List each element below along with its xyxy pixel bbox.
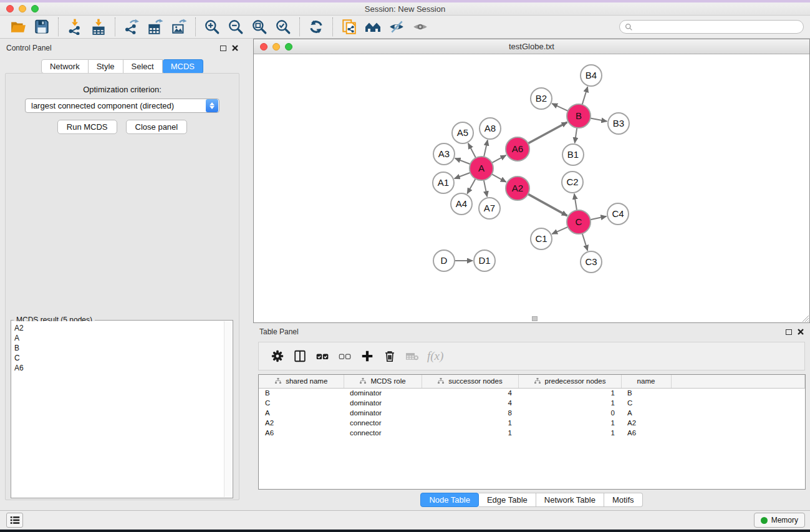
create-column-button[interactable]	[356, 346, 378, 367]
edge-A-A6[interactable]	[492, 155, 506, 163]
tab-style[interactable]: Style	[89, 59, 123, 74]
select-all-columns-button[interactable]	[311, 346, 334, 367]
zoom-in-button[interactable]	[200, 17, 224, 37]
clone-network-button[interactable]	[337, 17, 361, 37]
network-graph[interactable]: B4B2BB3A5A8A6A3B1AA1C2A2A4A7CC4C1C3DD1	[254, 55, 809, 316]
result-list-item[interactable]: C	[14, 353, 221, 363]
result-list-item[interactable]: A2	[14, 323, 221, 333]
export-table-button[interactable]	[143, 17, 167, 37]
hide-details-button[interactable]	[385, 17, 408, 37]
result-list-scrollbar[interactable]	[224, 321, 232, 497]
zoom-out-button[interactable]	[224, 17, 248, 37]
network-canvas[interactable]: B4B2BB3A5A8A6A3B1AA1C2A2A4A7CC4C1C3DD1	[254, 55, 809, 316]
open-session-button[interactable]	[6, 17, 30, 37]
cell-MCDS-role[interactable]: dominator	[344, 398, 422, 408]
edge-C-C1[interactable]	[552, 227, 567, 234]
import-network-button[interactable]	[63, 17, 87, 37]
memory-button[interactable]: Memory	[754, 513, 805, 528]
close-table-panel-icon[interactable]	[798, 329, 804, 335]
export-network-button[interactable]	[120, 17, 143, 37]
delete-column-button[interactable]	[378, 346, 401, 367]
table-settings-button[interactable]	[266, 346, 289, 367]
node-table[interactable]: shared nameMCDS rolesuccessor nodesprede…	[258, 374, 806, 490]
horizontal-scrollbar-thumb[interactable]	[532, 316, 538, 321]
table-row[interactable]: A6connector11A6	[259, 428, 805, 438]
edge-A2-C[interactable]	[528, 194, 567, 216]
table-row[interactable]: Adominator80A	[259, 408, 805, 418]
save-session-button[interactable]	[30, 17, 54, 37]
close-panel-button[interactable]: Close panel	[126, 120, 188, 134]
cell-name[interactable]: B	[621, 388, 671, 398]
cell-successor-nodes[interactable]: 4	[422, 398, 518, 408]
column-header-shared-name[interactable]: shared name	[259, 375, 344, 388]
edge-B-B2[interactable]	[552, 104, 568, 111]
cell-shared-name[interactable]: B	[259, 388, 344, 398]
mcds-result-list[interactable]: A2ABCA6	[12, 321, 224, 497]
import-table-button[interactable]	[87, 17, 110, 37]
edge-B-B3[interactable]	[591, 118, 607, 122]
tab-node-table[interactable]: Node Table	[420, 493, 479, 507]
cell-MCDS-role[interactable]: dominator	[344, 388, 422, 398]
run-mcds-button[interactable]: Run MCDS	[57, 120, 117, 134]
tab-edge-table[interactable]: Edge Table	[479, 493, 536, 507]
tab-network-table[interactable]: Network Table	[536, 493, 604, 507]
toolbar-search[interactable]	[619, 20, 804, 34]
result-list-item[interactable]: B	[14, 343, 221, 353]
cell-predecessor-nodes[interactable]: 0	[518, 408, 621, 418]
tab-network[interactable]: Network	[41, 59, 89, 74]
edge-A-A2[interactable]	[492, 174, 506, 182]
cell-name[interactable]: A2	[621, 418, 671, 428]
edge-A6-B[interactable]	[528, 122, 567, 143]
edge-B-B1[interactable]	[575, 128, 577, 143]
edge-B-B4[interactable]	[582, 87, 588, 105]
cell-successor-nodes[interactable]: 4	[422, 388, 518, 398]
cell-MCDS-role[interactable]: connector	[344, 418, 422, 428]
cell-shared-name[interactable]: A6	[259, 428, 344, 438]
tab-select[interactable]: Select	[123, 59, 163, 74]
table-row[interactable]: A2connector11A2	[259, 418, 805, 428]
cell-shared-name[interactable]: A2	[259, 418, 344, 428]
show-graphics-button[interactable]	[408, 17, 432, 37]
cell-shared-name[interactable]: C	[259, 398, 344, 408]
tab-motifs[interactable]: Motifs	[604, 493, 643, 507]
result-list-item[interactable]: A6	[14, 363, 221, 373]
cell-MCDS-role[interactable]: dominator	[344, 408, 422, 418]
result-list-item[interactable]: A	[14, 333, 221, 343]
column-header-successor-nodes[interactable]: successor nodes	[422, 375, 518, 388]
edge-A-A4[interactable]	[467, 179, 475, 194]
cell-predecessor-nodes[interactable]: 1	[518, 388, 621, 398]
refresh-view-button[interactable]	[304, 17, 328, 37]
cell-name[interactable]: C	[621, 398, 671, 408]
cell-predecessor-nodes[interactable]: 1	[518, 418, 621, 428]
cell-predecessor-nodes[interactable]: 1	[518, 428, 621, 438]
edge-C-C4[interactable]	[591, 216, 607, 220]
cell-name[interactable]: A	[621, 408, 671, 418]
cell-MCDS-role[interactable]: connector	[344, 428, 422, 438]
column-header-MCDS-role[interactable]: MCDS role	[344, 375, 422, 388]
cell-name[interactable]: A6	[621, 428, 671, 438]
cell-successor-nodes[interactable]: 1	[422, 418, 518, 428]
network-window-titlebar[interactable]: testGlobe.txt	[254, 39, 809, 54]
task-history-button[interactable]	[6, 513, 23, 528]
optimization-criterion-select[interactable]: largest connected component (directed)	[25, 99, 219, 113]
search-input[interactable]	[636, 22, 798, 31]
edge-C-C2[interactable]	[574, 194, 577, 210]
tab-mcds[interactable]: MCDS	[163, 59, 203, 74]
cell-shared-name[interactable]: A	[259, 408, 344, 418]
edge-A-A3[interactable]	[455, 158, 471, 164]
edge-A-A7[interactable]	[484, 180, 487, 197]
float-panel-icon[interactable]	[220, 46, 226, 51]
close-panel-icon[interactable]	[232, 45, 238, 51]
export-image-button[interactable]	[167, 17, 191, 37]
edge-C-C3[interactable]	[582, 233, 588, 251]
deselect-all-columns-button[interactable]	[334, 346, 356, 367]
table-row[interactable]: Bdominator41B	[259, 388, 805, 398]
cell-successor-nodes[interactable]: 1	[422, 428, 518, 438]
float-table-panel-icon[interactable]	[786, 329, 792, 335]
edge-A-A5[interactable]	[468, 143, 476, 158]
resize-grip-icon[interactable]	[801, 314, 809, 322]
table-row[interactable]: Cdominator41C	[259, 398, 805, 408]
column-header-predecessor-nodes[interactable]: predecessor nodes	[518, 375, 621, 388]
home-views-button[interactable]	[361, 17, 385, 37]
edge-A-A1[interactable]	[455, 173, 470, 179]
